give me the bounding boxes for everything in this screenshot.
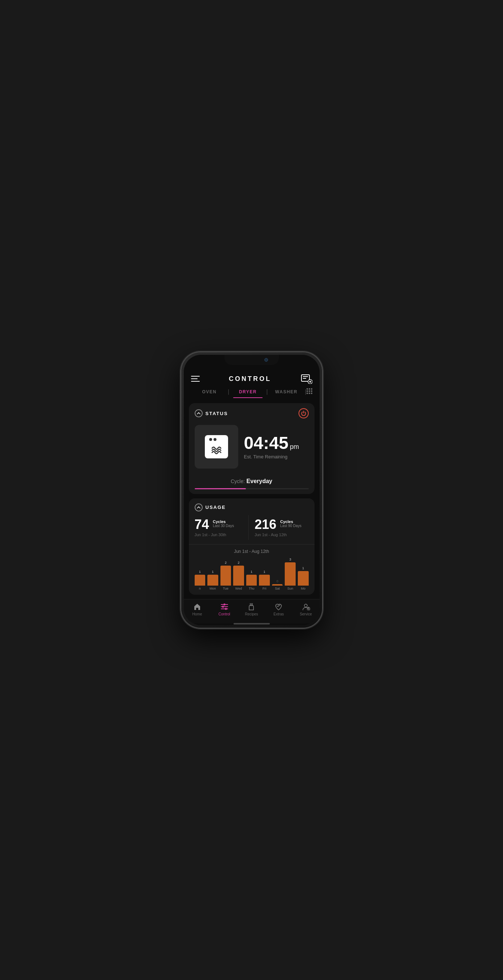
nav-recipes[interactable]: Recipes xyxy=(242,602,260,616)
svg-rect-26 xyxy=(227,608,228,609)
status-body: 04:45 pm Est. Time Remaining xyxy=(189,422,314,474)
usage-card-header: USAGE xyxy=(189,498,314,515)
main-content: STATUS xyxy=(184,399,320,599)
cycle-progress-fill xyxy=(195,488,246,489)
tab-washer[interactable]: WASHER xyxy=(268,389,305,398)
period-label-90: Last 90 Days xyxy=(280,524,301,528)
service-icon xyxy=(301,602,310,611)
nav-extras[interactable]: Extras xyxy=(270,602,288,616)
svg-point-19 xyxy=(224,604,225,605)
bar-value-label: 1 xyxy=(302,566,304,570)
bar-rect xyxy=(221,566,231,585)
nav-extras-label: Extras xyxy=(273,612,284,616)
cycle-row: Cycle: Everyday xyxy=(189,474,314,494)
cycle-prefix: Cycle: xyxy=(231,478,245,484)
cycle-name: Everyday xyxy=(247,478,272,484)
svg-rect-1 xyxy=(303,376,308,377)
bar-value-label: 1 xyxy=(212,570,214,574)
nav-service[interactable]: Service xyxy=(297,602,315,616)
usage-stat-90days: 216 Cycles Last 90 Days Jun 1st - Aug 12… xyxy=(248,515,309,540)
bar-value-label: 1 xyxy=(199,570,201,574)
status-card-title: STATUS xyxy=(206,411,228,416)
svg-rect-8 xyxy=(311,388,313,390)
app-header: CONTROL xyxy=(184,371,320,384)
nav-control[interactable]: Control xyxy=(215,602,233,616)
usage-title-row: USAGE xyxy=(195,503,226,511)
svg-point-25 xyxy=(225,608,227,609)
bar-day-label: Wed xyxy=(235,587,242,590)
cycles-label-90: Cycles xyxy=(280,519,301,524)
cycles-label-30: Cycles xyxy=(213,519,234,524)
bar-rect xyxy=(259,575,270,585)
nav-control-label: Control xyxy=(219,612,230,616)
bar-group: 3Sun xyxy=(285,558,296,590)
bar-value-label: 1 xyxy=(264,570,265,574)
nav-home[interactable]: Home xyxy=(188,602,206,616)
time-label: Est. Time Remaining xyxy=(244,454,309,460)
time-value: 04:45 xyxy=(244,434,289,452)
nav-home-label: Home xyxy=(192,612,202,616)
usage-card: USAGE 74 Cycles Last 30 Days Jun 1st - J… xyxy=(189,498,314,595)
usage-number-30: 74 xyxy=(195,517,209,532)
bar-rect xyxy=(285,562,296,585)
svg-point-22 xyxy=(222,606,224,608)
bottom-nav: Home Control xyxy=(184,599,320,624)
usage-collapse-button[interactable] xyxy=(195,503,203,511)
chart-area: Jun 1st - Aug 12th 1n1Mon2Tue2Wed1Thu1Fr… xyxy=(189,544,314,595)
power-button[interactable] xyxy=(298,408,309,418)
phone-notch xyxy=(224,355,279,365)
bar-group: 1Mo xyxy=(298,558,309,590)
time-ampm: pm xyxy=(290,444,299,450)
svg-rect-5 xyxy=(310,380,311,383)
add-device-button[interactable] xyxy=(301,374,313,384)
status-collapse-button[interactable] xyxy=(195,409,203,417)
svg-rect-13 xyxy=(309,393,310,394)
bar-rect xyxy=(298,571,309,585)
tabs-row: OVEN | DRYER | WASHER | xyxy=(184,384,320,399)
bar-value-label: 0 xyxy=(276,579,278,583)
bar-rect xyxy=(207,575,218,585)
bar-value-label: 2 xyxy=(225,561,227,565)
status-card: STATUS xyxy=(189,403,314,494)
bar-group: 0Sat xyxy=(272,558,283,590)
svg-rect-11 xyxy=(311,390,313,392)
time-remaining-display: 04:45 pm Est. Time Remaining xyxy=(244,434,309,460)
svg-rect-24 xyxy=(221,608,225,609)
home-icon xyxy=(193,602,202,611)
nav-service-label: Service xyxy=(300,612,312,616)
svg-rect-12 xyxy=(306,393,308,394)
svg-point-16 xyxy=(209,438,212,441)
bar-value-label: 3 xyxy=(289,558,291,561)
bar-day-label: Sat xyxy=(275,587,280,590)
chart-title: Jun 1st - Aug 12th xyxy=(195,549,309,554)
svg-rect-6 xyxy=(306,388,308,390)
bar-day-label: Fri xyxy=(263,587,267,590)
svg-rect-2 xyxy=(303,378,306,379)
status-card-header: STATUS xyxy=(189,403,314,422)
bar-rect xyxy=(195,575,206,585)
bar-chart: 1n1Mon2Tue2Wed1Thu1Fri0Sat3Sun1Mo xyxy=(195,558,309,590)
date-range-90: Jun 1st - Aug 12th xyxy=(255,533,309,537)
bar-value-label: 2 xyxy=(238,561,239,565)
bar-rect xyxy=(246,575,257,585)
status-title-row: STATUS xyxy=(195,409,228,417)
bar-rect xyxy=(233,566,244,585)
svg-rect-9 xyxy=(306,390,308,392)
cycle-progress-bar xyxy=(195,488,309,489)
bar-day-label: Sun xyxy=(287,587,293,590)
hamburger-menu-button[interactable] xyxy=(191,376,200,382)
tab-grid-button[interactable] xyxy=(306,388,313,399)
bar-day-label: Mo xyxy=(301,587,306,590)
dryer-appliance-icon xyxy=(195,425,238,469)
camera xyxy=(264,358,268,362)
svg-point-17 xyxy=(214,438,216,441)
home-indicator-bar xyxy=(233,623,270,625)
bar-group: 1n xyxy=(195,558,206,590)
period-label-30: Last 30 Days xyxy=(213,524,234,528)
control-icon xyxy=(220,602,229,611)
tab-oven[interactable]: OVEN xyxy=(191,389,228,398)
bar-day-label: Tue xyxy=(223,587,228,590)
svg-point-27 xyxy=(304,604,307,607)
phone-frame: CONTROL OVEN | DRYER | xyxy=(181,352,322,628)
tab-dryer[interactable]: DRYER xyxy=(230,389,267,398)
